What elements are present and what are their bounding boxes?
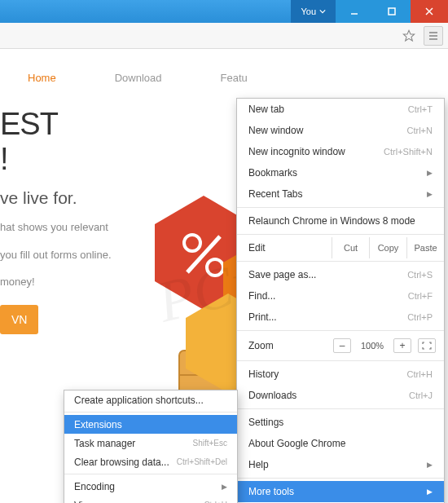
nav-features[interactable]: Featu [221, 72, 248, 84]
download-button[interactable]: VN [0, 305, 38, 334]
menu-paste[interactable]: Paste [406, 237, 444, 258]
menu-recent-tabs[interactable]: Recent Tabs▶ [237, 183, 444, 205]
browser-toolbar [0, 23, 448, 49]
maximize-button[interactable] [373, 0, 411, 23]
menu-new-tab[interactable]: New tabCtrl+T [237, 99, 444, 120]
zoom-value: 100% [358, 341, 387, 351]
chrome-menu: New tabCtrl+T New windowCtrl+N New incog… [236, 98, 445, 503]
menu-history[interactable]: HistoryCtrl+H [237, 364, 444, 385]
menu-about[interactable]: About Google Chrome [237, 433, 444, 454]
user-badge[interactable]: You [291, 0, 336, 23]
zoom-out-button[interactable]: – [333, 338, 351, 353]
submenu-extensions[interactable]: Extensions [64, 415, 237, 434]
fullscreen-button[interactable] [418, 338, 436, 353]
svg-rect-1 [389, 8, 395, 15]
submenu-task-manager[interactable]: Task managerShift+Esc [64, 434, 237, 452]
minimize-button[interactable] [336, 0, 373, 23]
menu-edit-row: Edit Cut Copy Paste [237, 237, 444, 258]
window-titlebar: You [0, 0, 448, 23]
submenu-clear-data[interactable]: Clear browsing data...Ctrl+Shift+Del [64, 452, 237, 471]
menu-bookmarks[interactable]: Bookmarks▶ [237, 162, 444, 183]
menu-zoom-row: Zoom – 100% + [237, 333, 444, 358]
menu-copy[interactable]: Copy [369, 237, 406, 258]
fullscreen-icon [422, 342, 432, 350]
menu-zoom-label: Zoom [248, 340, 327, 351]
menu-save-page[interactable]: Save page as...Ctrl+S [237, 264, 444, 285]
bookmark-star-icon[interactable] [399, 26, 419, 46]
nav-download[interactable]: Download [115, 72, 162, 84]
more-tools-submenu: Create application shortcuts... Extensio… [64, 390, 238, 503]
page-content: Home Download Featu EST ! ve live for. h… [0, 49, 448, 503]
menu-help[interactable]: Help▶ [237, 454, 444, 475]
nav-home[interactable]: Home [28, 72, 56, 84]
menu-incognito[interactable]: New incognito windowCtrl+Shift+N [237, 141, 444, 162]
menu-settings[interactable]: Settings [237, 412, 444, 433]
menu-find[interactable]: Find...Ctrl+F [237, 285, 444, 307]
menu-edit-label: Edit [237, 237, 332, 258]
close-button[interactable] [411, 0, 448, 23]
user-label: You [301, 7, 316, 16]
menu-new-window[interactable]: New windowCtrl+N [237, 120, 444, 141]
menu-button[interactable] [424, 26, 443, 46]
menu-downloads[interactable]: DownloadsCtrl+J [237, 385, 444, 406]
zoom-in-button[interactable]: + [393, 338, 411, 353]
menu-print[interactable]: Print...Ctrl+P [237, 307, 444, 328]
submenu-encoding[interactable]: Encoding▶ [64, 477, 237, 496]
menu-more-tools[interactable]: More tools▶ [237, 481, 444, 502]
submenu-create-shortcuts[interactable]: Create application shortcuts... [64, 390, 237, 409]
submenu-view-source[interactable]: View sourceCtrl+U [64, 496, 237, 503]
menu-cut[interactable]: Cut [332, 237, 369, 258]
chevron-down-icon [319, 8, 326, 15]
menu-relaunch[interactable]: Relaunch Chrome in Windows 8 mode [237, 210, 444, 232]
